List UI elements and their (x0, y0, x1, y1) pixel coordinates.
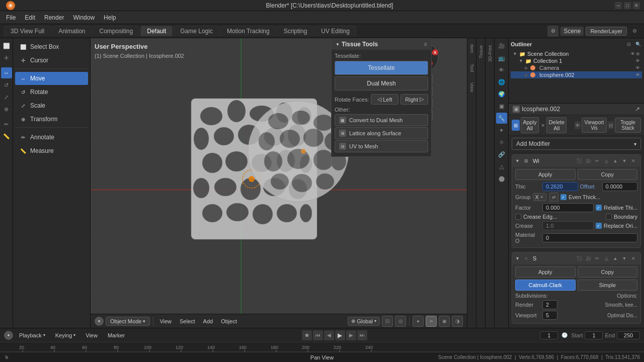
prop-icon-view[interactable]: 👁 (496, 64, 507, 75)
help-menu-item[interactable]: Help (100, 13, 120, 22)
mod-wireframe-up-icon[interactable]: ▲ (611, 157, 619, 165)
prop-icon-particles[interactable]: ✦ (496, 125, 507, 136)
group-cross-icon[interactable]: ✕ (540, 195, 544, 200)
mod-wireframe-apply-button[interactable]: Apply (515, 169, 576, 180)
prop-icon-render[interactable]: 🎥 (496, 40, 507, 51)
tissue-tools-menu-icon[interactable]: ≡ (424, 41, 427, 48)
renderlayer-label[interactable]: RenderLayer (586, 27, 627, 36)
window-menu-item[interactable]: Window (69, 13, 99, 22)
offset-value[interactable]: 0.0000 (602, 182, 638, 191)
mod-subd-realtime-icon[interactable]: ⬛ (575, 254, 583, 262)
start-frame-input[interactable]: 1 (585, 331, 603, 339)
outliner-filter-icon[interactable]: ⊟ (625, 40, 633, 48)
skip-to-end-button[interactable]: ⏭ (357, 330, 367, 340)
keying-tab[interactable]: Keying ▾ (51, 331, 80, 339)
tab-uvediting[interactable]: UV Editing (314, 26, 356, 36)
subd-render-value[interactable]: 2 (542, 300, 557, 309)
crease-edge-checkbox[interactable] (515, 214, 521, 220)
collection1-row[interactable]: ▼ 📁 Collection 1 👁 (511, 57, 642, 64)
crease-value[interactable]: 1.0 (542, 221, 594, 230)
tab-3dviewfull[interactable]: 3D View Full (4, 26, 51, 36)
factor-value[interactable]: 0.000 (542, 203, 594, 212)
play-button[interactable]: ▶ (335, 330, 345, 340)
icosphere-row[interactable]: ▶ Icosphere.002 👁 (511, 71, 642, 78)
modifier-obj-link-icon[interactable]: ↗ (635, 106, 640, 113)
scene-label[interactable]: Scene (560, 27, 584, 36)
mod-subd-copy-button[interactable]: Copy (578, 266, 638, 278)
3dprint-tab-label[interactable]: 3D-Print (486, 39, 494, 68)
mod-subd-up-icon[interactable]: ▲ (611, 254, 619, 262)
mod-wireframe-copy-button[interactable]: Copy (578, 169, 638, 180)
boundary-checkbox[interactable] (606, 214, 612, 220)
scene-collection-restrict-icon[interactable]: ⊕ (636, 51, 640, 56)
edit-menu-item[interactable]: Edit (21, 13, 39, 22)
scene-collection-eye-icon[interactable]: 👁 (630, 51, 635, 56)
prop-icon-output[interactable]: 📺 (496, 52, 507, 63)
viewport-vis-icon[interactable]: 👁 (575, 121, 581, 129)
scene-picker-icon[interactable]: ⚙ (547, 26, 558, 37)
ns-tab-view[interactable]: View (468, 77, 476, 97)
tissue-tab-label[interactable]: Tissue (477, 39, 485, 64)
tool-scale[interactable]: ⤢ Scale (15, 99, 88, 112)
prop-icon-world[interactable]: 🌍 (496, 88, 507, 100)
uv-to-mesh-button[interactable]: ⊟ UV to Mesh (335, 140, 428, 152)
convert-dual-mesh-button[interactable]: ▦ Convert to Dual Mesh (335, 114, 428, 126)
file-menu-item[interactable]: File (2, 13, 20, 22)
mod-subd-cage-icon[interactable]: △ (602, 254, 610, 262)
group-value[interactable]: X ✕ (533, 193, 546, 201)
anim-bar-icon[interactable]: ● (4, 331, 13, 340)
rotate-faces-left-button[interactable]: ◁ Left (371, 94, 398, 105)
toolbar-icon-scale[interactable]: ⤢ (1, 92, 12, 103)
tool-cursor[interactable]: ✛ Cursor (15, 54, 88, 67)
viewport-vis-button[interactable]: Viewport Vis (582, 118, 607, 133)
mod-wireframe-expand-icon[interactable]: ▼ (515, 158, 520, 163)
toolbar-icon-cursor[interactable]: ✛ (1, 52, 12, 63)
viewport-shading-rendered-btn[interactable]: ◉ (439, 316, 450, 327)
camera-row[interactable]: ▶ Camera 👁 (511, 64, 642, 71)
prop-icon-scene[interactable]: 🌐 (496, 76, 507, 87)
prop-icon-physics[interactable]: ⚛ (496, 137, 507, 148)
tessellate-button[interactable]: Tessellate (335, 61, 428, 75)
mod-subd-edit-icon[interactable]: ✏ (593, 254, 601, 262)
maximize-button[interactable]: □ (624, 2, 631, 9)
prop-icon-material[interactable]: ⬤ (496, 173, 507, 184)
tool-transform[interactable]: ⊕ Transform (15, 113, 88, 126)
minimize-button[interactable]: ─ (615, 2, 622, 9)
mod-wireframe-edit-icon[interactable]: ✏ (593, 157, 601, 165)
current-frame-input[interactable]: 1 (540, 331, 558, 339)
mod-subd-toggle-vis[interactable]: ○ (522, 254, 531, 263)
mod-wireframe-render-icon[interactable]: 🎥 (584, 157, 592, 165)
rotate-faces-right-button[interactable]: Right ▷ (400, 94, 428, 105)
tab-animation[interactable]: Animation (52, 26, 92, 36)
tab-default[interactable]: Default (140, 26, 173, 36)
subd-viewport-value[interactable]: 5 (542, 311, 557, 320)
viewport-look-dev-btn[interactable]: ◑ (452, 316, 463, 327)
toolbar-icon-rotate[interactable]: ↺ (1, 79, 12, 90)
tissue-tools-header[interactable]: ▼ Tissue Tools ≡ (332, 39, 431, 50)
add-modifier-button[interactable]: Add Modifier ▾ (512, 138, 641, 150)
play-back-button[interactable]: ◀ (324, 330, 334, 340)
snap-button[interactable]: ⊡ (382, 316, 393, 327)
playback-tab[interactable]: Playback ▾ (15, 331, 49, 339)
object-mode-button[interactable]: Object Mode ▾ (106, 317, 150, 326)
apply-all-icon[interactable]: ⊞ (512, 120, 520, 131)
mod-subd-expand-icon[interactable]: ▼ (515, 256, 520, 261)
mod-subd-down-icon[interactable]: ▼ (620, 254, 628, 262)
even-thick-checkbox[interactable]: ✓ (560, 194, 567, 200)
toolbar-icon-transform[interactable]: ⊕ (1, 104, 12, 115)
toggle-stack-button[interactable]: Toggle Stack (615, 118, 641, 133)
viewport-lock-icon[interactable]: ● (95, 317, 104, 326)
view-menu-btn[interactable]: View (156, 317, 175, 325)
tool-move[interactable]: ↔ Move (15, 72, 88, 85)
apply-all-button[interactable]: Apply All (521, 117, 539, 133)
tab-motiontracking[interactable]: Motion Tracking (220, 26, 276, 36)
collection1-eye-icon[interactable]: 👁 (635, 58, 640, 63)
mod-subd-simple-button[interactable]: Simple (578, 280, 638, 291)
prop-icon-modifier[interactable]: 🔧 (496, 113, 507, 124)
object-menu-btn[interactable]: Object (218, 317, 240, 325)
prop-icon-object[interactable]: ▣ (496, 101, 507, 112)
relative-thi-checkbox[interactable]: ✓ (596, 205, 602, 211)
outliner-search-icon[interactable]: 🔍 (634, 40, 642, 48)
toolbar-icon-measure[interactable]: 📏 (1, 131, 12, 142)
close-button[interactable]: ✕ (633, 2, 640, 9)
